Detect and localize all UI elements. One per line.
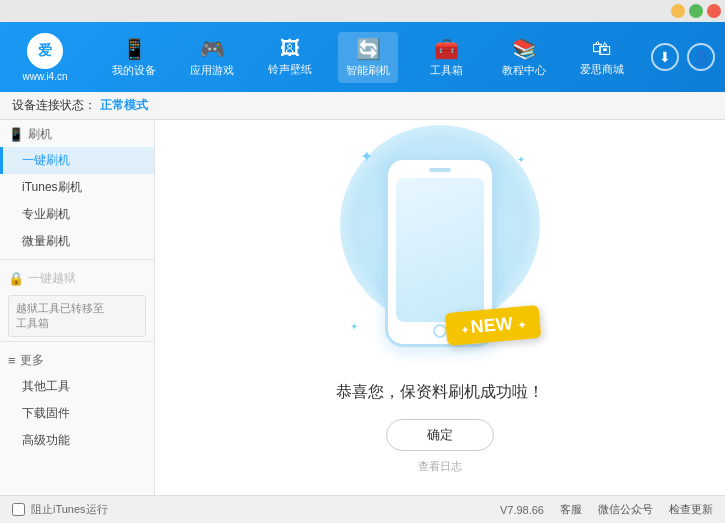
jailbreak-section-label: 一键越狱	[28, 270, 76, 287]
tutorials-icon: 📚	[512, 37, 537, 61]
content-area: ✦ ✦ ✦ NEW 恭喜您，保资料刷机成功啦！ 确定 查看日志	[155, 120, 725, 495]
user-button[interactable]: 👤	[687, 43, 715, 71]
sidebar-item-wipe-flash[interactable]: 微量刷机	[0, 228, 154, 255]
nav-my-device[interactable]: 📱 我的设备	[104, 32, 164, 83]
logo: 爱 www.i4.cn	[10, 33, 80, 82]
more-section-icon: ≡	[8, 353, 16, 368]
sidebar-item-other-tools[interactable]: 其他工具	[0, 373, 154, 400]
status-label: 设备连接状态：	[12, 97, 96, 114]
main-layout: 📱 刷机 一键刷机 iTunes刷机 专业刷机 微量刷机 🔒 一键越狱 越狱工具…	[0, 120, 725, 495]
nav-tutorials[interactable]: 📚 教程中心	[494, 32, 554, 83]
try-link[interactable]: 查看日志	[418, 459, 462, 474]
nav-wallpaper-label: 铃声壁纸	[268, 62, 312, 77]
logo-icon: 爱	[27, 33, 63, 69]
confirm-button[interactable]: 确定	[386, 419, 494, 451]
footer-customer-service[interactable]: 客服	[560, 502, 582, 517]
flash-section-icon: 📱	[8, 127, 24, 142]
phone-screen	[396, 178, 484, 322]
status-value: 正常模式	[100, 97, 148, 114]
phone-illustration: ✦ ✦ ✦ NEW	[330, 142, 550, 372]
version-label: V7.98.66	[500, 504, 544, 516]
logo-text: www.i4.cn	[22, 71, 67, 82]
title-bar	[0, 0, 725, 22]
footer-left-label: 阻止iTunes运行	[31, 502, 108, 517]
nav-apps-label: 应用游戏	[190, 63, 234, 78]
nav-smart-flash-label: 智能刷机	[346, 63, 390, 78]
store-icon: 🛍	[592, 37, 612, 60]
nav-store[interactable]: 🛍 爱思商城	[572, 32, 632, 82]
flash-section-label: 刷机	[28, 126, 52, 143]
status-bar: 设备连接状态： 正常模式	[0, 92, 725, 120]
header: 爱 www.i4.cn 📱 我的设备 🎮 应用游戏 🖼 铃声壁纸 🔄 智能刷机 …	[0, 22, 725, 92]
sidebar-section-jailbreak: 🔒 一键越狱	[0, 264, 154, 291]
sidebar-item-one-click-flash[interactable]: 一键刷机	[0, 147, 154, 174]
nav-smart-flash[interactable]: 🔄 智能刷机	[338, 32, 398, 83]
footer-right: V7.98.66 客服 微信公众号 检查更新	[500, 502, 713, 517]
download-button[interactable]: ⬇	[651, 43, 679, 71]
minimize-button[interactable]	[671, 4, 685, 18]
sidebar-section-flash: 📱 刷机	[0, 120, 154, 147]
wallpaper-icon: 🖼	[280, 37, 300, 60]
sidebar-item-download-firmware[interactable]: 下载固件	[0, 400, 154, 427]
sparkle-1: ✦	[360, 147, 373, 166]
jailbreak-section-icon: 🔒	[8, 271, 24, 286]
nav-my-device-label: 我的设备	[112, 63, 156, 78]
block-itunes-checkbox[interactable]	[12, 503, 25, 516]
sidebar-item-itunes-flash[interactable]: iTunes刷机	[0, 174, 154, 201]
sidebar: 📱 刷机 一键刷机 iTunes刷机 专业刷机 微量刷机 🔒 一键越狱 越狱工具…	[0, 120, 155, 495]
nav-wallpaper[interactable]: 🖼 铃声壁纸	[260, 32, 320, 82]
jailbreak-warning: 越狱工具已转移至 工具箱	[8, 295, 146, 337]
sidebar-item-advanced[interactable]: 高级功能	[0, 427, 154, 454]
nav-tutorials-label: 教程中心	[502, 63, 546, 78]
sidebar-section-more: ≡ 更多	[0, 346, 154, 373]
footer: 阻止iTunes运行 V7.98.66 客服 微信公众号 检查更新	[0, 495, 725, 523]
close-button[interactable]	[707, 4, 721, 18]
phone-speaker	[429, 168, 451, 172]
sparkle-3: ✦	[350, 321, 358, 332]
sidebar-item-pro-flash[interactable]: 专业刷机	[0, 201, 154, 228]
divider-2	[0, 341, 154, 342]
divider-1	[0, 259, 154, 260]
footer-check-update[interactable]: 检查更新	[669, 502, 713, 517]
my-device-icon: 📱	[122, 37, 147, 61]
nav-toolbox-label: 工具箱	[430, 63, 463, 78]
maximize-button[interactable]	[689, 4, 703, 18]
success-text: 恭喜您，保资料刷机成功啦！	[336, 382, 544, 403]
toolbox-icon: 🧰	[434, 37, 459, 61]
more-section-label: 更多	[20, 352, 44, 369]
nav-store-label: 爱思商城	[580, 62, 624, 77]
nav-right: ⬇ 👤	[651, 43, 715, 71]
smart-flash-icon: 🔄	[356, 37, 381, 61]
sparkle-2: ✦	[517, 154, 525, 165]
apps-icon: 🎮	[200, 37, 225, 61]
nav-apps[interactable]: 🎮 应用游戏	[182, 32, 242, 83]
footer-wechat-link[interactable]: 微信公众号	[598, 502, 653, 517]
footer-left: 阻止iTunes运行	[12, 502, 108, 517]
nav-items: 📱 我的设备 🎮 应用游戏 🖼 铃声壁纸 🔄 智能刷机 🧰 工具箱 📚 教程中心…	[95, 32, 641, 83]
nav-toolbox[interactable]: 🧰 工具箱	[416, 32, 476, 83]
